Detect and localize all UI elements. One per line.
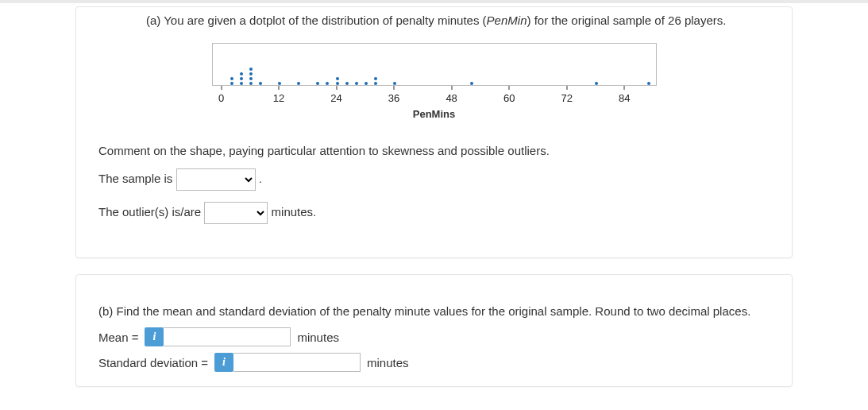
dotplot-point <box>297 82 300 85</box>
dotplot-axis-labels: 012243648607284 <box>212 92 657 105</box>
dotplot-point <box>249 72 253 75</box>
dotplot-point <box>595 82 598 85</box>
dotplot-point <box>336 82 339 85</box>
axis-tick-label: 36 <box>388 92 399 104</box>
dotplot-point <box>365 82 368 85</box>
dotplot: 012243648607284 PenMins <box>212 43 657 120</box>
sample-is-row: The sample is . <box>98 168 770 191</box>
dotplot-point <box>316 82 319 85</box>
dotplot-point <box>374 82 377 85</box>
sd-label: Standard deviation = <box>98 356 208 369</box>
outliers-row: The outlier(s) is/are minutes. <box>98 202 770 224</box>
question-part-a: (a) You are given a dotplot of the distr… <box>75 6 793 258</box>
axis-tick-label: 12 <box>273 92 284 104</box>
outliers-label: The outlier(s) is/are <box>98 205 201 219</box>
sample-shape-select[interactable] <box>176 168 256 191</box>
part-b-prompt: (b) Find the mean and standard deviation… <box>98 304 770 318</box>
dotplot-point <box>249 82 253 85</box>
dotplot-point <box>393 82 396 85</box>
axis-tick <box>279 86 280 90</box>
sd-unit: minutes <box>367 356 409 369</box>
prompt-variable: PenMin <box>487 14 527 27</box>
dotplot-point <box>240 77 243 80</box>
axis-tick-label: 72 <box>561 92 572 104</box>
axis-tick <box>509 86 510 90</box>
mean-row: Mean = i minutes <box>98 327 770 346</box>
axis-tick <box>221 86 222 90</box>
comment-instruction: Comment on the shape, paying particular … <box>98 144 770 157</box>
dotplot-point <box>336 77 339 80</box>
part-a-prompt: (a) You are given a dotplot of the distr… <box>146 14 770 27</box>
dotplot-point <box>374 77 377 80</box>
axis-tick-label: 60 <box>503 92 515 104</box>
dotplot-point <box>249 77 253 80</box>
dotplot-point <box>345 82 349 85</box>
sd-row: Standard deviation = i minutes <box>98 353 770 372</box>
dotplot-axis-ticks <box>212 86 657 91</box>
dotplot-point <box>259 82 262 85</box>
dotplot-container: 012243648607284 PenMins <box>98 43 770 120</box>
axis-tick <box>566 86 567 90</box>
dotplot-point <box>230 82 233 85</box>
sample-is-label: The sample is <box>98 172 172 185</box>
mean-label: Mean = <box>98 331 138 344</box>
axis-tick-label: 84 <box>619 92 630 104</box>
dotplot-point <box>230 77 233 80</box>
mean-unit: minutes <box>297 331 339 344</box>
axis-tick <box>394 86 395 90</box>
dotplot-point <box>326 82 329 85</box>
dotplot-point <box>240 82 243 85</box>
axis-tick-label: 48 <box>446 92 457 104</box>
axis-tick <box>451 86 452 90</box>
sd-input[interactable] <box>233 353 361 372</box>
question-part-b: (b) Find the mean and standard deviation… <box>75 274 793 387</box>
info-icon[interactable]: i <box>214 353 233 372</box>
dotplot-point <box>470 82 473 85</box>
outliers-select[interactable] <box>204 202 268 224</box>
dotplot-point <box>240 72 243 75</box>
info-icon[interactable]: i <box>145 327 164 346</box>
sample-is-period: . <box>259 172 262 185</box>
axis-tick-label: 24 <box>330 92 341 104</box>
dotplot-point <box>249 68 253 71</box>
dotplot-point <box>355 82 358 85</box>
axis-tick <box>624 86 625 90</box>
dotplot-dots-area <box>212 43 657 86</box>
prompt-suffix: ) for the original sample of 26 players. <box>527 14 726 27</box>
outliers-unit: minutes. <box>272 205 317 219</box>
dotplot-x-label: PenMins <box>212 108 657 120</box>
dotplot-point <box>278 82 281 85</box>
axis-tick <box>336 86 337 90</box>
mean-input[interactable] <box>164 327 291 346</box>
prompt-text: (a) You are given a dotplot of the distr… <box>146 14 487 27</box>
axis-tick-label: 0 <box>218 92 224 104</box>
dotplot-point <box>647 82 650 85</box>
